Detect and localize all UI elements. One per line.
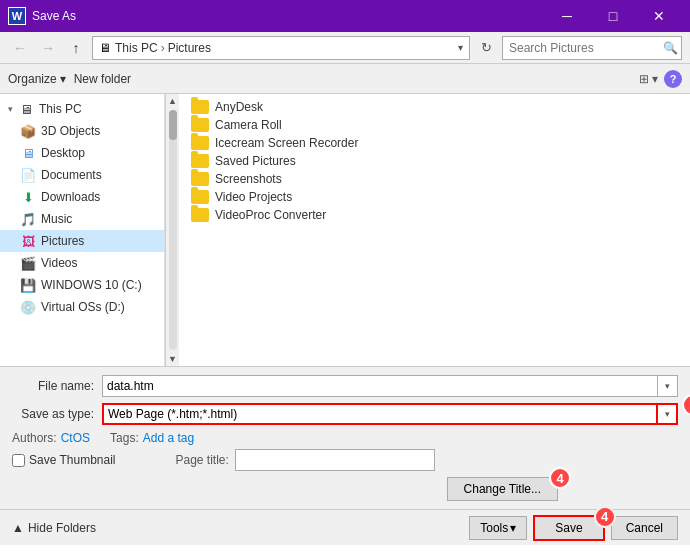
pc-icon: 🖥 [99, 41, 111, 55]
pictures-icon: 🖼 [20, 233, 36, 249]
minimize-button[interactable]: ─ [544, 0, 590, 32]
sidebar-scrollbar[interactable]: ▲ ▼ [165, 94, 179, 366]
folder-icon [191, 190, 209, 204]
footer-right: Tools ▾ Save 4 Cancel [469, 515, 678, 541]
change-title-row: Change Title... 4 [12, 477, 678, 501]
organize-button[interactable]: Organize ▾ [8, 72, 66, 86]
sidebar-item-pictures[interactable]: 🖼 Pictures [0, 230, 164, 252]
sidebar-item-desktop[interactable]: 🖥 Desktop [0, 142, 164, 164]
save-button-wrapper: Save 4 [533, 515, 604, 541]
hide-folders-button[interactable]: ▲ Hide Folders [12, 521, 96, 535]
sidebar-item-videos[interactable]: 🎬 Videos [0, 252, 164, 274]
change-title-wrapper: Change Title... 4 [447, 477, 558, 501]
badge-4: 4 [549, 467, 571, 489]
meta-row: Authors: CtOS Tags: Add a tag [12, 431, 678, 445]
tools-button[interactable]: Tools ▾ [469, 516, 527, 540]
page-title-label: Page title: [176, 453, 229, 467]
view-toggle-button[interactable]: ⊞ ▾ [635, 70, 662, 88]
file-item-anydesk[interactable]: AnyDesk [179, 98, 690, 116]
back-button[interactable]: ← [8, 36, 32, 60]
thumbnail-checkbox[interactable] [12, 454, 25, 467]
sidebar-item-3d-objects[interactable]: 📦 3D Objects [0, 120, 164, 142]
forward-button[interactable]: → [36, 36, 60, 60]
breadcrumb: This PC › Pictures [115, 41, 211, 55]
file-item-screenshots[interactable]: Screenshots [179, 170, 690, 188]
sidebar-item-documents[interactable]: 📄 Documents [0, 164, 164, 186]
scroll-up-icon: ▲ [166, 94, 179, 108]
filename-field-group: ▾ [102, 375, 678, 397]
folder-icon [191, 172, 209, 186]
cancel-button[interactable]: Cancel [611, 516, 678, 540]
footer: ▲ Hide Folders Tools ▾ Save 4 Cancel [0, 509, 690, 545]
downloads-icon: ⬇ [20, 189, 36, 205]
file-item-videoproc[interactable]: VideoProc Converter [179, 206, 690, 224]
secondary-toolbar: Organize ▾ New folder ⊞ ▾ ? [0, 64, 690, 94]
up-button[interactable]: ↑ [64, 36, 88, 60]
breadcrumb-separator: › [161, 41, 165, 55]
bottom-form: File name: ▾ Save as type: ▾ 3 Authors: … [0, 366, 690, 509]
folder-icon [191, 136, 209, 150]
page-title-input[interactable] [235, 449, 435, 471]
sidebar-item-this-pc[interactable]: ▾ 🖥 This PC [0, 98, 164, 120]
scroll-track [169, 110, 177, 350]
filename-input[interactable] [102, 375, 658, 397]
sidebar-item-music[interactable]: 🎵 Music [0, 208, 164, 230]
authors-value[interactable]: CtOS [61, 431, 90, 445]
tools-chevron-icon: ▾ [510, 521, 516, 535]
savetype-label: Save as type: [12, 407, 102, 421]
folder-icon [191, 100, 209, 114]
save-button[interactable]: Save 4 [533, 515, 604, 541]
file-item-video-projects[interactable]: Video Projects [179, 188, 690, 206]
scroll-down-icon: ▼ [166, 352, 179, 366]
organize-chevron-icon: ▾ [60, 72, 66, 86]
search-input[interactable] [509, 41, 659, 55]
file-item-camera-roll[interactable]: Camera Roll [179, 116, 690, 134]
desktop-icon: 🖥 [20, 145, 36, 161]
folder-icon [191, 154, 209, 168]
tags-group: Tags: Add a tag [110, 431, 194, 445]
folder-icon [191, 208, 209, 222]
change-title-button[interactable]: Change Title... 4 [447, 477, 558, 501]
thumbnail-section: Save Thumbnail [12, 453, 116, 467]
expand-arrow-icon: ▾ [8, 104, 13, 114]
sidebar-item-downloads[interactable]: ⬇ Downloads [0, 186, 164, 208]
authors-group: Authors: CtOS [12, 431, 90, 445]
file-item-saved-pictures[interactable]: Saved Pictures [179, 152, 690, 170]
filename-row: File name: ▾ [12, 375, 678, 397]
filename-label: File name: [12, 379, 102, 393]
scroll-thumb [169, 110, 177, 140]
nav-toolbar: ← → ↑ 🖥 This PC › Pictures ▾ ↻ 🔍 [0, 32, 690, 64]
page-title-section: Page title: [176, 449, 435, 471]
videos-icon: 🎬 [20, 255, 36, 271]
address-dropdown-button[interactable]: ▾ [458, 42, 463, 53]
sidebar-item-windows10[interactable]: 💾 WINDOWS 10 (C:) [0, 274, 164, 296]
help-button[interactable]: ? [664, 70, 682, 88]
search-icon: 🔍 [663, 41, 678, 55]
documents-icon: 📄 [20, 167, 36, 183]
tags-label: Tags: [110, 431, 139, 445]
drive-c-icon: 💾 [20, 277, 36, 293]
3d-objects-icon: 📦 [20, 123, 36, 139]
savetype-input[interactable] [102, 403, 658, 425]
maximize-button[interactable]: □ [590, 0, 636, 32]
refresh-button[interactable]: ↻ [474, 36, 498, 60]
drive-d-icon: 💿 [20, 299, 36, 315]
savetype-field-group: ▾ [102, 403, 678, 425]
thumbnail-checkbox-label[interactable]: Save Thumbnail [12, 453, 116, 467]
search-box: 🔍 [502, 36, 682, 60]
authors-label: Authors: [12, 431, 57, 445]
address-bar: 🖥 This PC › Pictures ▾ [92, 36, 470, 60]
new-folder-button[interactable]: New folder [74, 72, 131, 86]
sidebar: ▾ 🖥 This PC 📦 3D Objects 🖥 Desktop 📄 Doc… [0, 94, 165, 366]
filename-dropdown-button[interactable]: ▾ [658, 375, 678, 397]
tags-value[interactable]: Add a tag [143, 431, 194, 445]
savetype-dropdown-button[interactable]: ▾ [658, 403, 678, 425]
close-button[interactable]: ✕ [636, 0, 682, 32]
badge-4-save: 4 [594, 506, 616, 528]
file-item-icecream[interactable]: Icecream Screen Recorder [179, 134, 690, 152]
hide-folders-icon: ▲ [12, 521, 24, 535]
folder-icon [191, 118, 209, 132]
sidebar-item-virtualoss[interactable]: 💿 Virtual OSs (D:) [0, 296, 164, 318]
badge-3: 3 [682, 394, 690, 416]
thumbnail-pagetitle-row: Save Thumbnail Page title: [12, 449, 678, 471]
